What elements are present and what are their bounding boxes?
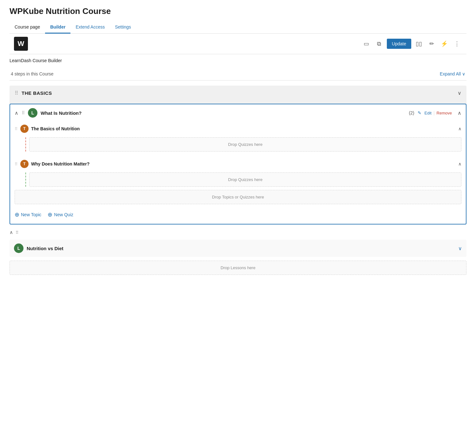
tab-extend-access[interactable]: Extend Access [70,21,110,34]
new-quiz-button[interactable]: ⊕ New Quiz [48,211,73,218]
new-quiz-plus-icon: ⊕ [48,211,52,218]
topic-separator [15,154,461,157]
drop-lessons-zone: Drop Lessons here [10,261,466,275]
lesson-expand-icon[interactable]: ∧ [15,110,18,116]
lesson-count: (2) [409,110,414,115]
lesson-drag-handle[interactable]: ⠿ [22,110,25,115]
new-topic-button[interactable]: ⊕ New Topic [15,211,41,218]
toolbar-right: ▭ ⧉ Update ▯▯ ✏ ⚡ ⋮ [361,39,462,49]
lesson-vs-diet-icon: L [14,243,23,253]
section-collapse-icon[interactable]: ∨ [458,90,461,96]
topic-border-green: Drop Quizzes here [25,172,461,187]
topic-content-basics: Drop Quizzes here [15,137,461,152]
drop-quizzes-zone-2: Drop Quizzes here [29,172,461,187]
new-buttons: ⊕ New Topic ⊕ New Quiz [15,207,461,219]
lesson-edit-pencil-icon[interactable]: ✎ [418,110,421,115]
topic-title-basics: The Basics of Nutrition [31,126,456,131]
section-title-the-basics: THE BASICS [22,90,454,96]
topic-collapse-icon[interactable]: ∧ [458,126,461,131]
split-view-icon[interactable]: ▯▯ [414,39,424,49]
update-button[interactable]: Update [387,39,411,49]
more-options-icon[interactable]: ⋮ [452,39,462,49]
lesson-vs-diet-controls: ∧ ⠿ [10,228,466,237]
lesson-simple-nutrition-vs-diet: L Nutrition vs Diet ∨ [10,240,466,257]
timeline-icon[interactable]: ⚡ [439,39,449,49]
drop-topics-or-quizzes-zone: Drop Topics or Quizzes here [15,190,461,204]
lesson-edit-link[interactable]: Edit [425,111,432,115]
lesson-icon-l: L [28,108,37,118]
wp-logo: W [14,37,28,51]
topic-title-why: Why Does Nutrition Matter? [31,161,456,166]
expand-all-chevron-icon: ∨ [462,71,465,76]
tabs-bar: Course page Builder Extend Access Settin… [10,21,466,34]
page-title: WPKube Nutrition Course [10,6,466,16]
topic-basics-of-nutrition: ⠿ T The Basics of Nutrition ∧ Drop Quizz… [15,121,461,152]
external-link-icon[interactable]: ⧉ [374,39,384,49]
lesson-what-is-nutrition: ∧ ⠿ L What Is Nutrition? (2) ✎ Edit | Re… [10,104,466,224]
lesson-vs-diet-collapse-icon[interactable]: ∧ [10,230,13,235]
section-header-the-basics: ⠿ THE BASICS ∨ [10,86,466,101]
topics-list: ⠿ T The Basics of Nutrition ∧ Drop Quizz… [10,121,466,224]
lesson-header-what-is-nutrition: ∧ ⠿ L What Is Nutrition? (2) ✎ Edit | Re… [10,104,466,121]
tab-settings[interactable]: Settings [110,21,136,34]
topic-border-red: Drop Quizzes here [25,137,461,152]
section-drag-handle[interactable]: ⠿ [15,90,18,96]
lesson-nutrition-vs-diet-wrapper: ∧ ⠿ L Nutrition vs Diet ∨ [10,228,466,257]
topic-drag-handle[interactable]: ⠿ [15,127,18,131]
lesson-title: What Is Nutrition? [41,110,406,116]
lesson-remove-link[interactable]: Remove [437,111,452,115]
lesson-actions: Edit | Remove [425,110,452,115]
topic-why-nutrition-matters: ⠿ T Why Does Nutrition Matter? ∧ Drop Qu… [15,157,461,187]
expand-all-label: Expand All [440,71,461,76]
drop-quizzes-zone-1: Drop Quizzes here [29,137,461,152]
topic-drag-handle-2[interactable]: ⠿ [15,162,18,166]
new-topic-label: New Topic [21,212,41,217]
expand-all-button[interactable]: Expand All ∨ [440,71,465,76]
lesson-chevron-up-icon[interactable]: ∧ [458,110,461,116]
topic-header-basics: ⠿ T The Basics of Nutrition ∧ [15,121,461,135]
edit-doc-icon[interactable]: ✏ [426,39,437,49]
steps-header: 4 steps in this Course Expand All ∨ [10,66,466,81]
topic-collapse-icon-2[interactable]: ∧ [458,161,461,166]
desktop-view-icon[interactable]: ▭ [361,39,372,49]
lesson-vs-diet-chevron-icon[interactable]: ∨ [458,245,462,251]
new-topic-plus-icon: ⊕ [15,211,19,218]
topic-header-why: ⠿ T Why Does Nutrition Matter? ∧ [15,157,461,170]
toolbar-left: W [14,37,28,51]
topic-icon-t-2: T [20,160,29,168]
lesson-vs-diet-drag-handle[interactable]: ⠿ [16,230,19,235]
tab-builder[interactable]: Builder [45,21,70,34]
tab-course-page[interactable]: Course page [10,21,45,34]
action-separator: | [433,110,435,115]
topic-icon-t: T [20,125,29,133]
lesson-vs-diet-title: Nutrition vs Diet [27,246,455,251]
builder-label: LearnDash Course Builder [10,54,466,66]
toolbar: W ▭ ⧉ Update ▯▯ ✏ ⚡ ⋮ [10,34,466,54]
steps-count: 4 steps in this Course [11,71,54,76]
topic-content-why: Drop Quizzes here [15,172,461,187]
new-quiz-label: New Quiz [54,212,73,217]
section-the-basics: ⠿ THE BASICS ∨ ∧ ⠿ L What Is Nutrition? … [10,86,466,224]
